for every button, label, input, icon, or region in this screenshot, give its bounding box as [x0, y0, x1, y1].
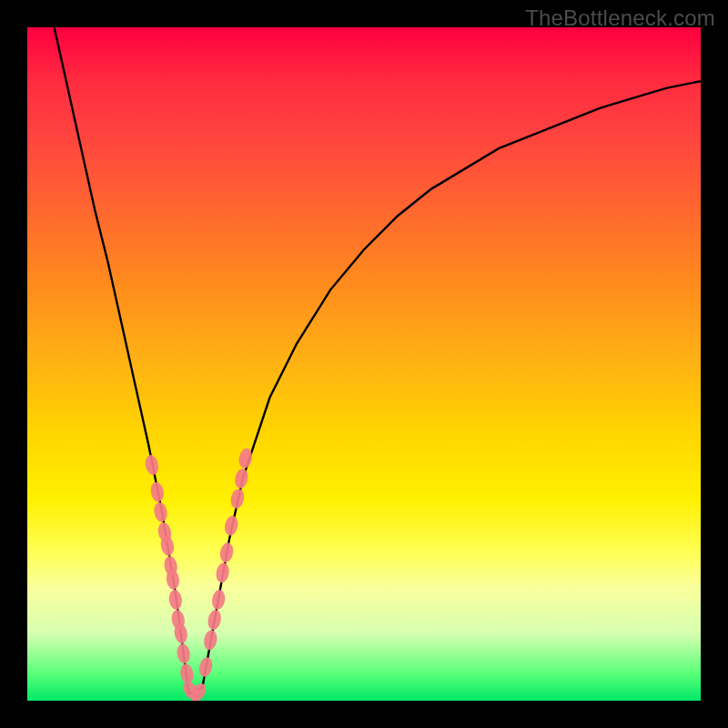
- marker-bead: [197, 656, 215, 679]
- marker-bead: [153, 501, 169, 523]
- marker-bead: [218, 541, 235, 563]
- marker-bead: [149, 481, 166, 503]
- marker-bead: [202, 629, 218, 651]
- bottleneck-curve-svg: [27, 27, 701, 701]
- marker-bead: [233, 468, 249, 490]
- marker-bead: [167, 589, 183, 611]
- marker-bead: [144, 454, 160, 476]
- marker-bead: [178, 662, 195, 684]
- marker-bead: [229, 488, 246, 510]
- marker-bead: [215, 561, 231, 583]
- marker-bead: [223, 514, 239, 536]
- marker-bead: [210, 589, 227, 611]
- plot-area: [27, 27, 701, 701]
- bottleneck-curve: [55, 27, 701, 694]
- chart-frame: TheBottleneck.com: [0, 0, 728, 728]
- marker-bead: [207, 609, 223, 631]
- marker-cluster: [144, 447, 254, 701]
- marker-bead: [176, 642, 191, 664]
